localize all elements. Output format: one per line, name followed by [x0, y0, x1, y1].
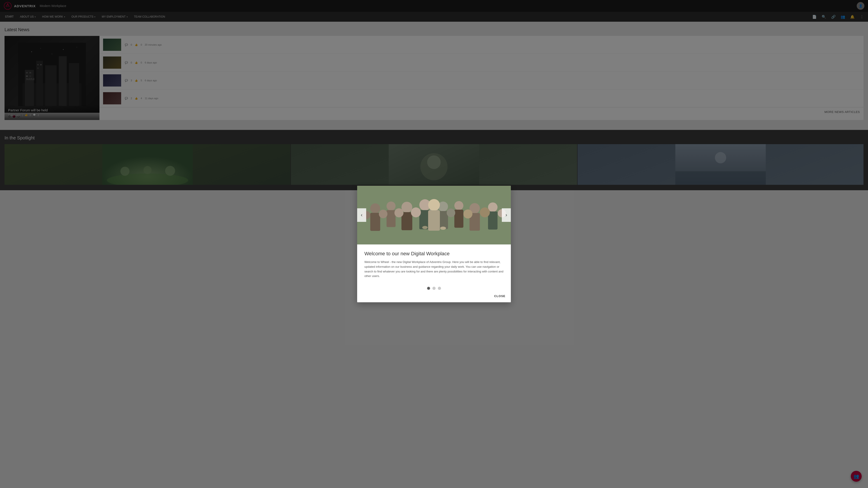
crowd-svg [357, 186, 511, 190]
modal-dialog: ‹ › Welcome to our new Digital Workplace… [357, 186, 511, 190]
svg-rect-33 [357, 186, 511, 190]
modal-header-image: ‹ › [357, 186, 511, 190]
modal-overlay[interactable]: ‹ › Welcome to our new Digital Workplace… [0, 0, 868, 190]
